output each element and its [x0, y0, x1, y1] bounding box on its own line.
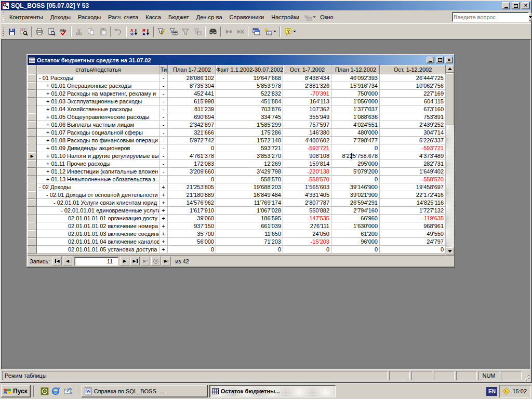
menu-item[interactable]: Касса — [142, 12, 165, 22]
cell-type[interactable]: - — [159, 152, 168, 160]
cell-value[interactable]: 452'441 — [168, 90, 216, 98]
record-selector[interactable] — [28, 222, 37, 230]
table-row[interactable]: 02.01.01.01.02 включение номера+937'1506… — [28, 222, 446, 230]
cell-value[interactable]: 3'429'798 — [216, 168, 283, 176]
cell-value[interactable]: 3'209'660 — [168, 168, 216, 176]
record-selector[interactable] — [28, 246, 37, 254]
cell-value[interactable]: -70'391 — [283, 90, 331, 98]
cell-value[interactable]: 355'949 — [283, 113, 331, 121]
scroll-up-button[interactable] — [446, 65, 454, 73]
cell-type[interactable]: + — [159, 222, 168, 230]
menu-item[interactable]: Ден.ср-ва — [193, 12, 226, 22]
cell-value[interactable]: 56'000 — [168, 238, 216, 246]
cell-type[interactable]: + — [159, 246, 168, 254]
cell-value[interactable]: -119'635 — [380, 215, 446, 222]
new-record-nav-button[interactable]: ▶* — [141, 257, 150, 265]
cell-value[interactable]: 811'239 — [168, 105, 216, 113]
current-record-marker[interactable]: ▶ — [28, 152, 37, 160]
record-selector[interactable] — [28, 238, 37, 246]
scrollbar-thumb[interactable] — [446, 73, 454, 125]
table-row[interactable]: 02.01.01.01.03 включение соедини+35'7001… — [28, 230, 446, 238]
cell-value[interactable]: -558'570 — [380, 176, 446, 183]
cell-article-name[interactable]: - 02.01 Доходы от основной деятельности — [37, 191, 159, 199]
cell-type[interactable]: - — [159, 129, 168, 137]
cell-type[interactable]: - — [159, 137, 168, 144]
table-row[interactable]: + 01.13 Невыполненные обязательства з-05… — [28, 176, 446, 183]
cell-value[interactable]: 227'169 — [380, 90, 446, 98]
vertical-scrollbar[interactable] — [446, 65, 454, 255]
cell-value[interactable]: 14'825'116 — [380, 199, 446, 207]
record-selector[interactable] — [28, 230, 37, 238]
cell-value[interactable]: 0 — [168, 144, 216, 152]
cell-type[interactable]: + — [159, 191, 168, 199]
table-row[interactable]: + 01.03 Эксплуатационные расходы-615'998… — [28, 98, 446, 105]
record-selector[interactable] — [28, 98, 37, 105]
table-row[interactable]: + 01.08 Расходы по финансовым операци-5'… — [28, 137, 446, 144]
sort-descending-button[interactable]: Я А — [140, 26, 152, 37]
desktop-icon[interactable] — [40, 387, 49, 396]
record-selector[interactable] — [28, 90, 37, 98]
cell-article-name[interactable]: + 01.01 Операционные расходы — [37, 82, 159, 90]
find-button[interactable] — [207, 26, 219, 37]
cell-value[interactable]: 22'172'416 — [380, 191, 446, 199]
cell-value[interactable]: 0 — [168, 176, 216, 183]
cell-value[interactable]: 321'666 — [168, 129, 216, 137]
cell-value[interactable]: 28'086'102 — [168, 74, 216, 82]
cell-value[interactable]: 4'761'378 — [168, 152, 216, 160]
cell-value[interactable]: 334'745 — [216, 113, 283, 121]
cell-value[interactable]: 1'585'299 — [216, 121, 283, 129]
ask-question-combobox[interactable] — [452, 12, 529, 22]
doc-restore-button[interactable] — [436, 57, 444, 63]
table-row[interactable]: - 01 Расходы-28'086'10219'647'6688'438'4… — [28, 74, 446, 82]
print-preview-button[interactable] — [46, 26, 57, 37]
cell-value[interactable]: 2'881'326 — [283, 82, 331, 90]
cell-type[interactable]: + — [159, 230, 168, 238]
cell-value[interactable]: 0 — [331, 246, 380, 254]
cell-value[interactable]: 4'331'405 — [283, 191, 331, 199]
record-selector[interactable] — [28, 199, 37, 207]
table-row[interactable]: 02.01.01.01.04 включение каналов+56'0007… — [28, 238, 446, 246]
cell-type[interactable]: - — [159, 160, 168, 168]
cell-value[interactable]: 39'146'900 — [331, 183, 380, 191]
cell-value[interactable]: 4'373'489 — [380, 152, 446, 160]
cell-value[interactable]: 164'113 — [283, 98, 331, 105]
cell-value[interactable]: 5'853'978 — [216, 82, 283, 90]
table-row[interactable]: + 01.04 Хозяйственные расходы-811'239703… — [28, 105, 446, 113]
cell-article-name[interactable]: + 01.04 Хозяйственные расходы — [37, 105, 159, 113]
cell-type[interactable]: + — [159, 215, 168, 222]
cell-value[interactable]: -558'570 — [283, 176, 331, 183]
cell-value[interactable]: 172'083 — [168, 160, 216, 168]
minimize-button[interactable] — [502, 2, 510, 9]
column-header[interactable]: Ти — [159, 65, 168, 74]
cell-value[interactable]: 12'269 — [216, 160, 283, 168]
cell-value[interactable]: 1'056'000 — [331, 98, 380, 105]
filter-by-form-button[interactable] — [168, 26, 179, 37]
cell-value[interactable]: 0 — [380, 246, 446, 254]
start-button[interactable]: Пуск — [1, 385, 31, 397]
cell-value[interactable]: 480'000 — [331, 129, 380, 137]
menu-item[interactable]: Контрагенты — [6, 12, 47, 22]
cell-type[interactable]: + — [159, 238, 168, 246]
table-row[interactable]: + 01.07 Расходы социальной сферы-321'666… — [28, 129, 446, 137]
cell-value[interactable]: 550'882 — [283, 207, 331, 215]
record-selector[interactable] — [28, 105, 37, 113]
cell-value[interactable]: 522'832 — [216, 90, 283, 98]
table-row[interactable]: + 01.12 Инвестиции (капитальные вложен-3… — [28, 168, 446, 176]
cell-value[interactable]: 750'000 — [331, 90, 380, 98]
cell-value[interactable]: -147'535 — [283, 215, 331, 222]
cell-value[interactable]: 451'884 — [216, 98, 283, 105]
combo-dropdown-button[interactable] — [529, 13, 532, 21]
column-header[interactable]: Ост. 1-7.2002 — [283, 65, 331, 74]
table-row[interactable]: - 02.01 Доходы от основной деятельности+… — [28, 191, 446, 199]
ask-question-input[interactable] — [452, 14, 529, 20]
record-selector[interactable] — [28, 74, 37, 82]
cell-value[interactable]: 757'597 — [283, 121, 331, 129]
cell-value[interactable]: 753'891 — [380, 113, 446, 121]
cell-value[interactable]: 0 — [216, 246, 283, 254]
cell-type[interactable]: - — [159, 168, 168, 176]
filter-button[interactable] — [180, 26, 191, 37]
cell-article-name[interactable]: + 01.02 Расходы на маркетинг, рекламу и — [37, 90, 159, 98]
cell-value[interactable]: 1'630'000 — [331, 222, 380, 230]
cell-article-name[interactable]: + 01.09 Дивиденды акционеров — [37, 144, 159, 152]
table-row[interactable]: + 01.11 Прочие расходы-172'08312'269159'… — [28, 160, 446, 168]
